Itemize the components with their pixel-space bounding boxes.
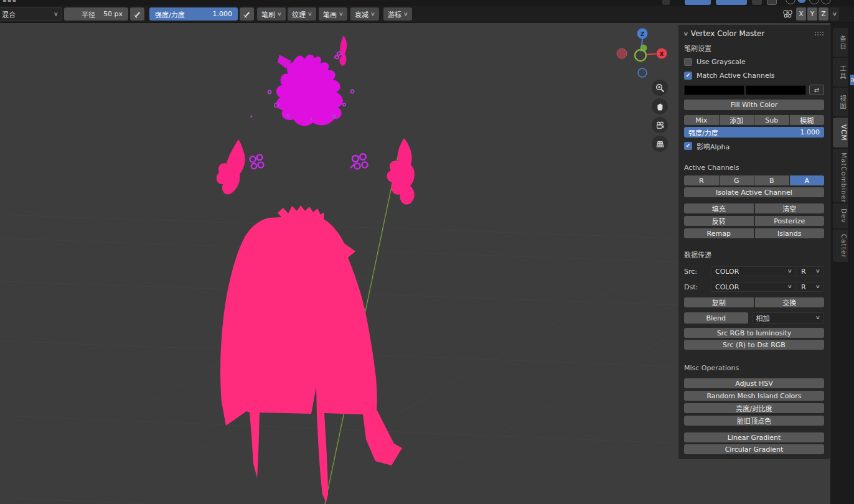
clipped-falloff-icon[interactable] (786, 0, 795, 4)
blend-button[interactable]: Blend (684, 312, 748, 324)
channel-a-button[interactable]: A (790, 175, 825, 185)
use-grayscale-checkbox[interactable] (684, 58, 692, 66)
tab-tool-label: 工具 (839, 65, 847, 80)
camera-view-button[interactable] (652, 117, 668, 133)
view-rotation-gizmo[interactable]: Z X (613, 26, 675, 83)
strength-pressure-button[interactable] (240, 7, 254, 21)
tab-matcombiner[interactable]: MatCombiner (833, 149, 848, 202)
clipped-toggle-blue[interactable] (685, 0, 711, 5)
strength-slider[interactable]: 强度/力度 1.000 (149, 7, 238, 21)
tab-view[interactable]: 视图 (833, 88, 848, 116)
collapse-chevron-icon[interactable]: ∨ (683, 31, 689, 37)
adjust-hsv-button[interactable]: Adjust HSV (684, 378, 824, 388)
axis-neg-z-handle[interactable] (638, 68, 647, 77)
clear-label: 清空 (782, 203, 796, 213)
menu-stroke[interactable]: 笔画 ∨ (319, 7, 347, 21)
islands-button[interactable]: Islands (755, 228, 825, 238)
clipped-checker-icon[interactable] (767, 0, 777, 5)
fill-with-color-button[interactable]: Fill With Color (684, 100, 824, 110)
clipped-falloff-icon2[interactable] (809, 0, 819, 4)
mirror-x-button[interactable]: X (796, 7, 806, 21)
random-island-colors-button[interactable]: Random Mesh Island Colors (684, 391, 824, 401)
chevron-down-icon: ∨ (370, 12, 375, 17)
blend-add-button[interactable]: 添加 (720, 115, 754, 125)
radius-slider[interactable]: 半径 50 px (64, 7, 128, 21)
blend-sub-button[interactable]: Sub (754, 115, 789, 125)
dst-layer-dropdown[interactable]: COLOR ∨ (711, 282, 796, 292)
brightness-contrast-button[interactable]: 亮度/对比度 (684, 403, 824, 413)
clipped-toggle-gray[interactable] (752, 0, 762, 5)
swap-button[interactable]: 交换 (755, 297, 825, 307)
sidebar-tab-strip: 条目 工具 视图 VCM MatCombiner Dev Catter (830, 22, 854, 504)
pan-button[interactable] (652, 98, 668, 114)
left-flower-shape (250, 155, 263, 169)
clipped-falloff-active-icon[interactable] (797, 0, 806, 3)
menu-brush[interactable]: 笔刷 ∨ (257, 7, 286, 21)
clear-button[interactable]: 清空 (755, 203, 825, 213)
menu-falloff[interactable]: 衰减 ∨ (350, 7, 379, 21)
match-active-channels-checkbox[interactable]: ✔ (684, 72, 692, 80)
toggle-perspective-button[interactable] (652, 136, 668, 152)
radius-label: 半径 (82, 9, 95, 19)
paint-dot (250, 115, 252, 117)
clipped-falloff-icon3[interactable] (821, 0, 831, 4)
tool-settings-header: 混合 ∨ 半径 50 px 强度/力度 1.000 笔刷 ∨ 纹理 ∨ 笔画 ∨… (0, 6, 854, 23)
fill-button[interactable]: 填充 (684, 203, 754, 213)
invert-button[interactable]: 反转 (684, 216, 754, 226)
tab-item[interactable]: 条目 (833, 28, 848, 57)
menu-brush-label: 笔刷 (261, 9, 275, 19)
blend-blur-button[interactable]: 模糊 (790, 115, 825, 125)
mirror-button[interactable] (782, 7, 793, 21)
linear-gradient-button[interactable]: Linear Gradient (684, 432, 824, 442)
match-active-channels-row[interactable]: ✔ Match Active Channels (684, 71, 824, 80)
blend-mode-dropdown[interactable]: 混合 ∨ (0, 7, 62, 21)
menu-cursor-label: 游标 (388, 9, 401, 19)
panel-strength-slider[interactable]: 强度/力度 1.000 (684, 127, 824, 138)
clipped-dropdown-icon[interactable] (662, 0, 670, 5)
circular-gradient-button[interactable]: Circular Gradient (684, 444, 824, 454)
copy-button[interactable]: 复制 (684, 297, 754, 307)
mirror-z-button[interactable]: Z (819, 7, 828, 21)
tab-catter[interactable]: Catter (833, 230, 848, 262)
remap-button[interactable]: Remap (684, 228, 754, 238)
blend-mode-select[interactable]: 相加 ∨ (752, 312, 825, 324)
drag-handle-icon[interactable] (815, 32, 824, 36)
channel-r-button[interactable]: R (684, 175, 719, 185)
tab-vcm[interactable]: VCM (833, 118, 848, 147)
isolate-active-channel-button[interactable]: Isolate Active Channel (684, 187, 824, 197)
panel-title: Vertex Color Master (691, 29, 765, 38)
axis-neg-y-handle[interactable] (635, 50, 646, 61)
affect-alpha-row[interactable]: ✔ 影响Alpha (684, 141, 824, 151)
clipped-toggle-blue2[interactable] (716, 0, 747, 5)
tab-dev[interactable]: Dev (833, 203, 848, 228)
mirror-options-dropdown[interactable]: ∨ (830, 7, 839, 21)
src-r-to-dst-rgb-button[interactable]: Src (R) to Dst RGB (684, 340, 824, 350)
tab-tool[interactable]: 工具 (833, 58, 848, 86)
primary-color-swatch[interactable] (684, 85, 744, 95)
panel-header[interactable]: ∨ Vertex Color Master (684, 25, 824, 39)
zoom-button[interactable] (652, 80, 668, 96)
channel-b-button[interactable]: B (754, 175, 789, 185)
src-rgb-luminosity-button[interactable]: Src RGB to luminosity (684, 328, 824, 338)
axis-x-label: X (660, 51, 664, 57)
menu-cursor[interactable]: 游标 ∨ (383, 7, 412, 21)
axis-neg-x-handle[interactable] (617, 49, 627, 58)
src-layer-dropdown[interactable]: COLOR ∨ (711, 266, 796, 276)
posterize-button[interactable]: Posterize (755, 216, 825, 226)
use-grayscale-row[interactable]: Use Grayscale (684, 57, 824, 67)
secondary-color-swatch[interactable] (746, 85, 806, 95)
strength-value: 1.000 (213, 10, 233, 18)
src-channel-dropdown[interactable]: R ∨ (797, 266, 824, 276)
affect-alpha-checkbox[interactable]: ✔ (684, 142, 692, 150)
swap-colors-button[interactable]: ⇄ (809, 85, 824, 95)
channel-g-button[interactable]: G (720, 175, 754, 185)
dirty-vertex-colors-button[interactable]: 脏旧顶点色 (684, 416, 824, 426)
src-layer-value: COLOR (715, 268, 739, 276)
dst-channel-dropdown[interactable]: R ∨ (797, 282, 824, 292)
chevron-down-icon: ∨ (815, 315, 820, 320)
mirror-y-button[interactable]: Y (807, 7, 817, 21)
blend-mix-button[interactable]: Mix (684, 115, 719, 125)
dirty-vertex-colors-label: 脏旧顶点色 (737, 416, 771, 426)
radius-pressure-button[interactable] (130, 7, 144, 21)
menu-texture[interactable]: 纹理 ∨ (288, 7, 316, 21)
